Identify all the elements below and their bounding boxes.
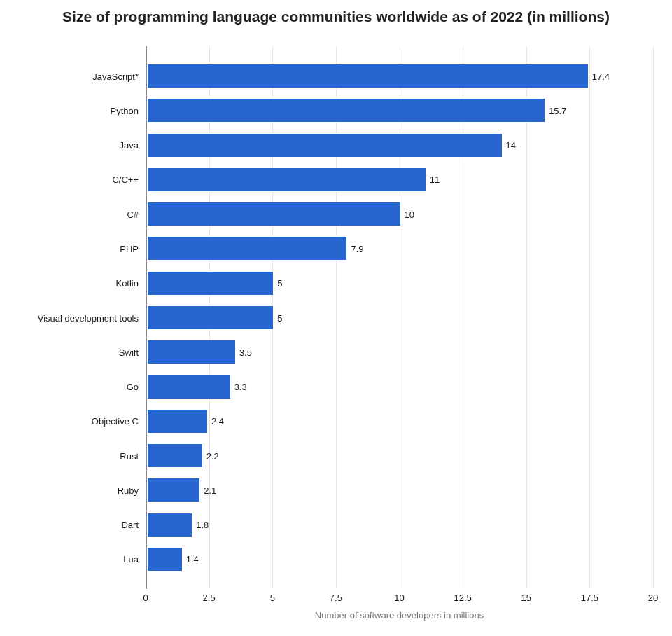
bar: 5 <box>147 305 274 330</box>
bar-value-label: 11 <box>430 174 440 185</box>
bar: 10 <box>147 202 401 226</box>
x-tick-label: 0 <box>143 593 148 603</box>
bar: 1.8 <box>147 513 192 537</box>
bar: 1.4 <box>147 547 183 572</box>
x-tick-labels: 02.557.51012.51517.520 <box>146 593 653 607</box>
x-tick-label: 10 <box>394 593 404 603</box>
plot-area: 17.415.71411107.9553.53.32.42.22.11.81.4 <box>146 46 653 589</box>
bar-value-label: 3.5 <box>239 347 252 357</box>
category-label: Java <box>6 140 139 151</box>
bar: 7.9 <box>147 236 347 261</box>
bar: 14 <box>147 133 503 158</box>
bar: 17.4 <box>147 64 589 88</box>
category-label: Kotlin <box>6 278 139 289</box>
grid-line <box>653 46 654 589</box>
bar-value-label: 1.8 <box>196 520 209 530</box>
x-tick-label: 20 <box>648 593 658 603</box>
category-label: JavaScript* <box>6 71 139 81</box>
x-tick-label: 5 <box>270 593 275 603</box>
bar: 5 <box>147 271 274 296</box>
bar-value-label: 2.2 <box>206 450 219 461</box>
chart-title: Size of programming language communities… <box>0 8 672 25</box>
bar-value-label: 15.7 <box>549 105 566 116</box>
category-label: Lua <box>6 554 139 565</box>
bars-container: 17.415.71411107.9553.53.32.42.22.11.81.4 <box>146 46 653 589</box>
x-tick-label: 15 <box>522 593 531 603</box>
bar-value-label: 7.9 <box>351 243 363 254</box>
x-tick-label: 12.5 <box>454 593 471 603</box>
bar: 15.7 <box>147 98 545 123</box>
bar: 2.1 <box>147 478 200 502</box>
bar: 3.3 <box>147 375 231 399</box>
bar: 2.4 <box>147 409 208 434</box>
category-label: Dart <box>6 520 139 530</box>
category-label: PHP <box>6 243 139 254</box>
category-label: Objective C <box>6 416 139 427</box>
category-label: Swift <box>6 347 139 357</box>
category-label: C/C++ <box>6 174 139 185</box>
bar-value-label: 5 <box>277 278 282 289</box>
bar: 3.5 <box>147 340 236 364</box>
category-label: Python <box>6 105 139 116</box>
bar-value-label: 2.4 <box>211 416 224 427</box>
category-label: Ruby <box>6 485 139 495</box>
category-label: Visual development tools <box>6 312 139 323</box>
x-axis-label: Number of software developers in million… <box>146 610 653 621</box>
category-label: Go <box>6 382 139 392</box>
bar-value-label: 10 <box>405 209 414 219</box>
bar: 11 <box>147 167 426 192</box>
chart-area: JavaScript*PythonJavaC/C++C#PHPKotlinVis… <box>0 46 672 614</box>
bar-value-label: 1.4 <box>186 554 199 565</box>
y-category-labels: JavaScript*PythonJavaC/C++C#PHPKotlinVis… <box>0 46 146 589</box>
x-tick-label: 7.5 <box>330 593 342 603</box>
bar-value-label: 14 <box>506 140 516 151</box>
bar-value-label: 3.3 <box>234 382 247 392</box>
bar-value-label: 2.1 <box>204 485 216 495</box>
bar: 2.2 <box>147 443 203 468</box>
bar-value-label: 5 <box>277 312 282 323</box>
bar-value-label: 17.4 <box>592 71 610 81</box>
category-label: C# <box>6 209 139 219</box>
x-tick-label: 17.5 <box>581 593 598 603</box>
category-label: Rust <box>6 450 139 461</box>
x-tick-label: 2.5 <box>203 593 216 603</box>
